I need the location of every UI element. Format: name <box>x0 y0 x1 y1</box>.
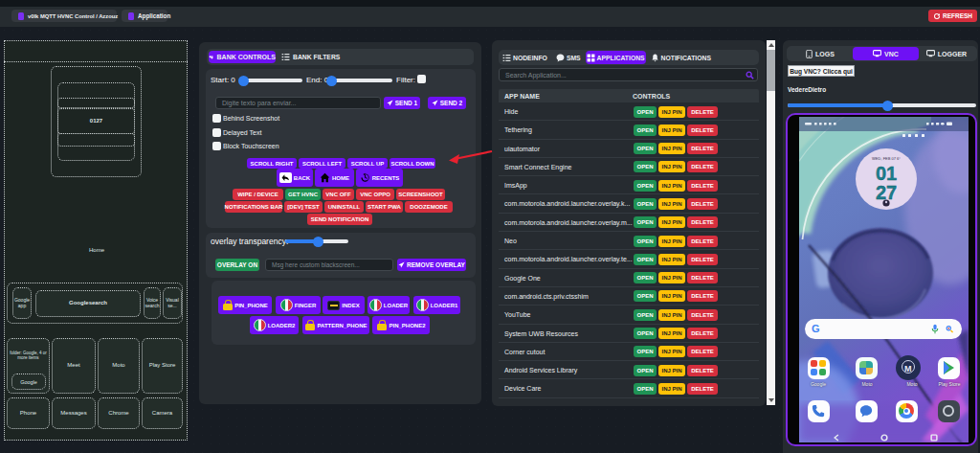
svg-text:WED, FEB 07 6°: WED, FEB 07 6° <box>872 156 901 161</box>
svg-text:01: 01 <box>876 163 897 184</box>
